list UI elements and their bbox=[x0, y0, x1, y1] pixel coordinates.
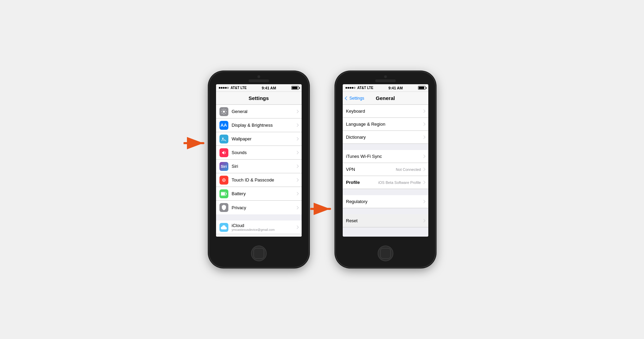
row-vpn[interactable]: VPN Not Connected bbox=[343, 163, 428, 176]
label-regulatory: Regulatory bbox=[346, 199, 422, 204]
row-reset[interactable]: Reset bbox=[343, 214, 428, 227]
speaker-1 bbox=[249, 79, 269, 82]
back-button[interactable]: Settings bbox=[345, 96, 364, 101]
dot1b bbox=[345, 87, 347, 89]
icon-siri: Siri bbox=[219, 162, 228, 171]
speaker-2 bbox=[375, 79, 396, 82]
label-battery: Battery bbox=[232, 191, 296, 196]
row-touchid[interactable]: Touch ID & Passcode bbox=[216, 173, 302, 187]
chevron-language bbox=[422, 123, 425, 126]
icon-general bbox=[219, 107, 228, 116]
icon-icloud bbox=[219, 223, 228, 232]
chevron-keyboard bbox=[422, 110, 425, 113]
row-profile[interactable]: Profile iOS Beta Software Profile bbox=[343, 176, 428, 189]
home-inner-1 bbox=[253, 248, 264, 259]
battery-icon-1 bbox=[291, 86, 299, 90]
general-list: Keyboard Language & Region Dictionary bbox=[343, 105, 428, 237]
chevron-privacy bbox=[295, 206, 299, 209]
row-dictionary[interactable]: Dictionary bbox=[343, 131, 428, 144]
phone2-wrapper: AT&T LTE 9:41 AM Settings General bbox=[336, 72, 435, 267]
dot5 bbox=[227, 87, 229, 89]
battery-fill-1 bbox=[292, 87, 298, 89]
row-language[interactable]: Language & Region bbox=[343, 118, 428, 131]
label-privacy: Privacy bbox=[232, 205, 296, 210]
phone2-bottom bbox=[378, 237, 393, 267]
nav-bar-2: Settings General bbox=[343, 92, 428, 105]
label-itunes-wifi: iTunes Wi-Fi Sync bbox=[346, 154, 422, 159]
chevron-wallpaper bbox=[295, 137, 299, 141]
status-left-2: AT&T LTE bbox=[345, 86, 374, 90]
general-section-4: Reset bbox=[343, 214, 428, 227]
carrier-2: AT&T LTE bbox=[357, 86, 374, 90]
general-section-1: Keyboard Language & Region Dictionary bbox=[343, 105, 428, 144]
label-touchid: Touch ID & Passcode bbox=[232, 177, 296, 183]
dot1 bbox=[219, 87, 220, 89]
status-bar-1: AT&T LTE 9:41 AM bbox=[216, 84, 302, 92]
label-siri: Siri bbox=[232, 164, 296, 169]
chevron-display bbox=[295, 124, 299, 127]
dot5b bbox=[354, 87, 355, 89]
battery-icon-2 bbox=[418, 86, 426, 90]
home-button-1[interactable] bbox=[251, 246, 267, 261]
section-gap-1 bbox=[216, 214, 302, 221]
home-button-2[interactable] bbox=[378, 246, 393, 261]
row-battery[interactable]: Battery bbox=[216, 187, 302, 201]
row-privacy[interactable]: Privacy bbox=[216, 201, 302, 214]
back-label: Settings bbox=[350, 96, 364, 101]
label-icloud: iCloud bbox=[232, 223, 296, 228]
signal-dots-1 bbox=[219, 87, 229, 89]
time-1: 9:41 AM bbox=[262, 86, 276, 90]
chevron-battery bbox=[295, 192, 299, 196]
label-profile: Profile bbox=[346, 180, 378, 185]
chevron-icloud bbox=[295, 226, 299, 229]
camera-1 bbox=[257, 75, 260, 78]
svg-rect-8 bbox=[221, 192, 225, 195]
back-chevron bbox=[345, 96, 349, 100]
chevron-siri bbox=[295, 165, 299, 168]
phone1: AT&T LTE 9:41 AM Settings bbox=[209, 72, 308, 267]
nav-bar-1: Settings bbox=[216, 92, 302, 105]
camera-2 bbox=[384, 75, 387, 78]
row-siri[interactable]: Siri Siri bbox=[216, 160, 302, 173]
icon-privacy bbox=[219, 203, 228, 212]
time-2: 9:41 AM bbox=[389, 86, 403, 90]
row-sounds[interactable]: Sounds bbox=[216, 146, 302, 160]
svg-point-4 bbox=[222, 138, 224, 139]
row-regulatory[interactable]: Regulatory bbox=[343, 195, 428, 208]
svg-rect-9 bbox=[226, 193, 227, 194]
row-appstore[interactable]: iTunes & App Store bbox=[216, 234, 302, 237]
general-title: General bbox=[376, 95, 395, 101]
battery-fill-2 bbox=[419, 87, 424, 89]
dot2b bbox=[348, 87, 349, 89]
chevron-sounds bbox=[295, 151, 299, 154]
settings-section-1: General AA Display & Brightness bbox=[216, 105, 302, 214]
label-sounds: Sounds bbox=[232, 150, 296, 155]
chevron-vpn bbox=[422, 168, 425, 171]
row-itunes-wifi[interactable]: iTunes Wi-Fi Sync bbox=[343, 150, 428, 163]
chevron-touchid bbox=[295, 178, 299, 182]
row-icloud[interactable]: iCloud ymcastiexusdevice@gmail.com bbox=[216, 221, 302, 234]
chevron-regulatory bbox=[422, 200, 425, 203]
settings-list: General AA Display & Brightness bbox=[216, 105, 302, 237]
arrow-general bbox=[184, 137, 207, 151]
phone2-top bbox=[336, 72, 435, 84]
section-gap-3 bbox=[343, 189, 428, 195]
row-general[interactable]: General bbox=[216, 105, 302, 118]
general-section-3: Regulatory bbox=[343, 195, 428, 208]
row-display[interactable]: AA Display & Brightness bbox=[216, 118, 302, 132]
profile-value: iOS Beta Software Profile bbox=[378, 180, 421, 185]
phone1-wrapper: AT&T LTE 9:41 AM Settings bbox=[209, 72, 308, 267]
label-display: Display & Brightness bbox=[232, 123, 296, 128]
dot2 bbox=[221, 87, 223, 89]
status-right-1 bbox=[291, 86, 299, 90]
label-wallpaper: Wallpaper bbox=[232, 136, 296, 141]
row-wallpaper[interactable]: Wallpaper bbox=[216, 132, 302, 146]
status-bar-2: AT&T LTE 9:41 AM bbox=[343, 84, 428, 92]
label-general: General bbox=[232, 109, 296, 114]
icon-sounds bbox=[219, 148, 228, 157]
settings-section-2: iCloud ymcastiexusdevice@gmail.com iTune… bbox=[216, 221, 302, 237]
row-keyboard[interactable]: Keyboard bbox=[343, 105, 428, 118]
phone2-screen: AT&T LTE 9:41 AM Settings General bbox=[343, 84, 428, 237]
icon-battery bbox=[219, 189, 228, 198]
dot3 bbox=[223, 87, 225, 89]
